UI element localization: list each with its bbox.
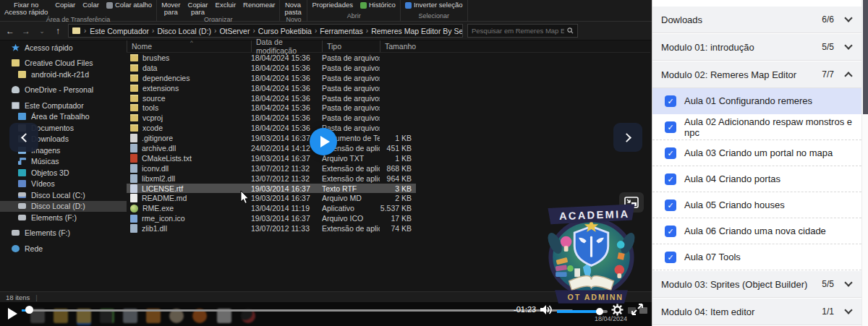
breadcrumb-item: Disco Local (D:)›	[157, 27, 216, 35]
nav-item-icon	[18, 113, 26, 120]
file-type-icon	[130, 174, 137, 183]
column-header-size: Tamanho	[380, 40, 419, 52]
file-row: archive.dll 24/02/2014 14:12 Extensão de…	[127, 143, 416, 153]
breadcrumb-items: Este Computador›Disco Local (D:)›OtServe…	[90, 27, 463, 35]
progress-knob[interactable]	[25, 306, 33, 314]
search-box	[467, 24, 578, 38]
lesson-row[interactable]: ✓ Aula 06 Criando uma nova cidade	[652, 218, 861, 244]
invert-selection-button: Inverter seleção	[405, 1, 463, 9]
svg-text:ACADEMIA: ACADEMIA	[559, 208, 630, 222]
lesson-row[interactable]: ✓ Aula 03 Criando um portal no mapa	[652, 140, 861, 166]
lesson-row[interactable]: ✓ Aula 05 Criando houses	[652, 192, 861, 218]
ribbon-group-organize: Mover para Copiar para Excluir Renomear …	[157, 0, 280, 21]
lesson-checkbox[interactable]: ✓	[665, 226, 676, 237]
academia-watermark-logo: ACADEMIA OT ADMINN	[535, 200, 647, 307]
column-header-date: Data de modificação	[251, 40, 322, 52]
nav-item-icon	[18, 192, 26, 198]
module-progress-count: 5/5	[822, 279, 834, 289]
nav-tree-item: Disco Local (D:)	[0, 201, 127, 213]
file-rows: brushes 18/04/2024 15:36 Pasta de arquiv…	[127, 53, 416, 233]
file-row: rme_icon.ico 19/03/2014 16:37 Arquivo IC…	[127, 213, 416, 223]
file-row: README.md 19/03/2014 16:37 Arquivo MD 2 …	[127, 193, 416, 203]
lesson-title: Aula 02 Adicionando respaw monstros e np…	[684, 116, 854, 138]
lesson-row[interactable]: ✓ Aula 07 Tools	[652, 244, 861, 270]
lesson-checkbox[interactable]: ✓	[665, 252, 676, 263]
next-lesson-button[interactable]	[613, 123, 642, 152]
lesson-row[interactable]: ✓ Aula 01 Configurando remeres	[652, 88, 861, 114]
nav-tree-item: Área de Trabalho	[0, 111, 127, 123]
nav-tree-item: Este Computador	[0, 100, 127, 111]
video-stage[interactable]: Fixar no Acesso rápido Copiar Colar Cola…	[0, 0, 652, 326]
lesson-checkbox[interactable]: ✓	[665, 200, 676, 211]
lesson-checkbox[interactable]: ✓	[665, 173, 676, 185]
lesson-checkbox[interactable]: ✓	[665, 147, 676, 159]
paste-button: Colar	[82, 1, 99, 9]
nav-item-icon	[18, 158, 26, 165]
explorer-ribbon: Fixar no Acesso rápido Copiar Colar Cola…	[0, 0, 652, 22]
previous-lesson-button[interactable]	[9, 123, 38, 152]
file-row: LICENSE.rtf 19/03/2014 16:37 Texto RTF 3…	[127, 184, 416, 194]
nav-tree-item: Objetos 3D	[0, 167, 127, 179]
lesson-title: Aula 05 Criando houses	[684, 200, 785, 210]
breadcrumb: › Este Computador›Disco Local (D:)›OtSer…	[68, 24, 463, 38]
breadcrumb-separator-icon: ›	[366, 27, 368, 35]
paste-shortcut-icon	[106, 2, 113, 9]
module-accordion-row[interactable]: Dowloads 6/6	[652, 6, 861, 33]
lesson-checkbox[interactable]: ✓	[665, 121, 676, 133]
play-icon[interactable]	[8, 308, 17, 319]
lesson-title: Aula 03 Criando um portal no mapa	[684, 147, 833, 158]
lesson-title: Aula 01 Configurando remeres	[684, 95, 812, 106]
play-overlay-button[interactable]	[310, 128, 337, 155]
module-accordion-row[interactable]: Modulo 03: Sprites (Object Builder) 5/5	[652, 270, 861, 298]
nav-tree-item: Disco Local (C:)	[0, 189, 127, 201]
nav-item-icon	[12, 44, 20, 51]
file-type-icon	[130, 85, 138, 92]
history-dropdown-icon: ⌄	[36, 27, 48, 35]
back-icon: ←	[4, 26, 16, 36]
nav-item-icon	[12, 59, 20, 67]
file-type-icon	[130, 104, 138, 111]
nav-item-icon	[18, 71, 26, 78]
module-accordion-row[interactable]: Modulo 01: introdução 5/5	[652, 33, 861, 61]
file-row: zlib1.dll 13/07/2012 11:33 Extensão de a…	[127, 223, 416, 233]
search-input	[472, 27, 564, 35]
course-player-page: Fixar no Acesso rápido Copiar Colar Cola…	[0, 0, 868, 326]
file-type-icon	[130, 74, 138, 82]
up-icon: ↑	[52, 26, 64, 36]
progress-bar[interactable]	[22, 309, 573, 312]
file-row: vcproj 18/04/2024 15:36 Pasta de arquivo…	[127, 113, 416, 123]
mouse-cursor	[240, 191, 250, 205]
sort-ascending-icon: ^	[190, 39, 193, 46]
breadcrumb-separator-icon: ›	[315, 27, 317, 35]
file-type-icon	[130, 134, 137, 142]
volume-slider[interactable]	[557, 310, 608, 313]
file-type-icon	[130, 95, 138, 102]
time-remaining: -01:23	[514, 305, 536, 314]
nav-tree-item: Elements (F:)	[0, 212, 127, 223]
playlist-scrollbar[interactable]	[861, 0, 868, 326]
breadcrumb-lead-sep: ›	[84, 27, 86, 35]
lesson-checkbox[interactable]: ✓	[665, 95, 676, 107]
column-header-type: Tipo	[322, 40, 380, 52]
module-progress-count: 1/1	[822, 306, 834, 317]
paste-shortcut-button: Colar atalho	[106, 1, 152, 9]
lesson-row[interactable]: ✓ Aula 02 Adicionando respaw monstros e …	[652, 114, 861, 140]
explorer-nav-pane: Acesso rápido Creative Cloud Files andro…	[0, 42, 127, 291]
breadcrumb-item: OtServer›	[219, 27, 255, 35]
module-accordion-row[interactable]: Modulo 02: Remeres Map Editor 7/7	[652, 61, 861, 88]
copy-button: Copiar	[55, 1, 75, 9]
nav-tree-item: Rede	[0, 243, 127, 254]
breadcrumb-separator-icon: ›	[214, 27, 216, 35]
breadcrumb-item: Curso Poketibia›	[258, 27, 317, 35]
nav-tree-item: Vídeos	[0, 179, 127, 190]
file-type-icon	[130, 205, 138, 213]
file-type-icon	[130, 124, 138, 132]
volume-knob[interactable]	[596, 308, 603, 315]
nav-item-icon	[18, 203, 26, 209]
lesson-row[interactable]: ✓ Aula 04 Criando portas	[652, 166, 861, 192]
explorer-address-bar: ← → ⌄ ↑ › Este Computador›Disco Local (D…	[0, 22, 652, 40]
module-accordion-row[interactable]: Modulo 04: Item editor 1/1	[652, 298, 861, 325]
scrollbar-thumb[interactable]	[863, 0, 868, 114]
nav-item-icon	[18, 215, 26, 220]
course-playlist-panel: Dowloads 6/6 Modulo 01: introdução 5/5 M…	[652, 0, 868, 326]
